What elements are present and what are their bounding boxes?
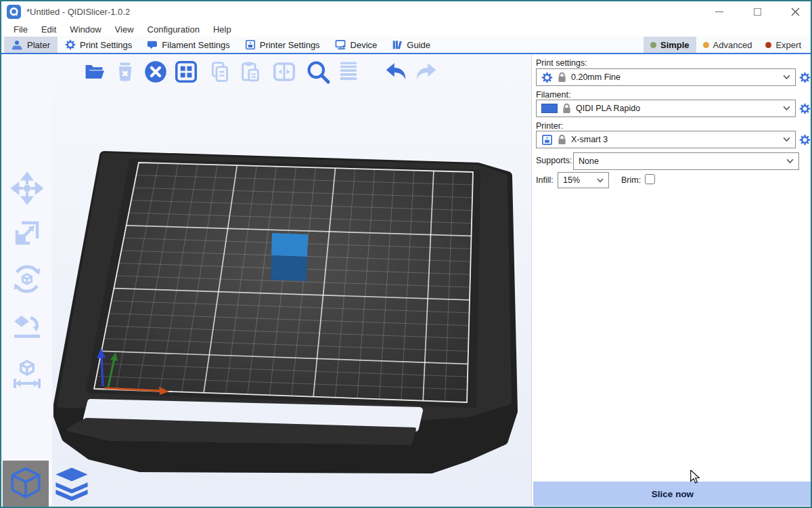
bed-plate-grid-surface bbox=[94, 163, 473, 402]
lock-icon bbox=[558, 134, 566, 145]
scale-gizmo-button[interactable] bbox=[10, 214, 44, 252]
print-settings-label: Print settings: bbox=[536, 58, 587, 68]
device-icon bbox=[335, 39, 346, 50]
close-button[interactable] bbox=[785, 3, 805, 20]
plater-toolbar bbox=[81, 58, 443, 85]
menu-edit[interactable]: Edit bbox=[35, 24, 63, 35]
menu-window[interactable]: Window bbox=[63, 24, 108, 35]
delete-button[interactable] bbox=[112, 58, 139, 85]
move-gizmo-button[interactable] bbox=[10, 169, 44, 207]
mode-simple[interactable]: Simple bbox=[644, 37, 696, 53]
tab-label: Printer Settings bbox=[260, 40, 320, 50]
brim-label: Brim: bbox=[621, 175, 641, 185]
infill-label: Infill: bbox=[536, 175, 554, 185]
measure-gizmo-button[interactable] bbox=[10, 355, 44, 393]
maximize-button[interactable] bbox=[747, 3, 767, 20]
menu-file[interactable]: File bbox=[7, 24, 35, 35]
tab-print-settings[interactable]: Print Settings bbox=[58, 37, 139, 53]
expert-dot-icon bbox=[765, 42, 771, 48]
menu-help[interactable]: Help bbox=[206, 24, 238, 35]
tab-device[interactable]: Device bbox=[328, 37, 385, 53]
chevron-down-icon bbox=[786, 158, 794, 164]
copy-button[interactable] bbox=[206, 58, 233, 85]
minimize-button[interactable] bbox=[709, 3, 729, 20]
mode-expert[interactable]: Expert bbox=[759, 37, 808, 53]
undo-icon bbox=[384, 60, 408, 84]
supports-combo[interactable]: None bbox=[573, 152, 799, 170]
lock-icon bbox=[562, 103, 571, 114]
preview-layers-button[interactable] bbox=[49, 461, 95, 507]
3d-viewport[interactable] bbox=[52, 54, 531, 508]
filament-label: Filament: bbox=[536, 90, 570, 100]
gear-icon bbox=[799, 103, 811, 114]
chevron-down-icon bbox=[597, 178, 604, 183]
filament-gear-button[interactable] bbox=[798, 100, 811, 117]
copy-icon bbox=[208, 60, 231, 83]
printer-icon bbox=[541, 134, 553, 146]
printer-gear-button[interactable] bbox=[798, 131, 811, 148]
tab-guide[interactable]: Guide bbox=[384, 37, 438, 53]
rotate-icon bbox=[11, 263, 43, 295]
title-bar: *Untitled - QIDISlicer-1.0.2 bbox=[1, 1, 811, 22]
close-icon bbox=[791, 7, 800, 16]
split-to-objects-button[interactable] bbox=[271, 58, 298, 85]
redo-button[interactable] bbox=[413, 58, 440, 85]
infill-combo[interactable]: 15% bbox=[558, 172, 609, 188]
chevron-down-icon bbox=[783, 137, 790, 142]
print-settings-combo[interactable]: 0.20mm Fine bbox=[536, 68, 796, 86]
app-window: *Untitled - QIDISlicer-1.0.2 File Edit W… bbox=[0, 0, 812, 508]
model-cube-front-face bbox=[271, 255, 307, 281]
slice-now-button[interactable]: Slice now bbox=[533, 482, 812, 506]
3d-editor-view-button[interactable] bbox=[3, 461, 49, 507]
paste-icon bbox=[239, 60, 262, 83]
3d-cube-icon bbox=[7, 465, 45, 503]
printer-icon bbox=[245, 39, 256, 50]
layer-list-icon bbox=[336, 60, 361, 84]
model-cube-top-face bbox=[271, 233, 308, 257]
menu-configuration[interactable]: Configuration bbox=[141, 24, 206, 35]
filament-icon bbox=[147, 39, 158, 50]
trash-icon bbox=[114, 60, 137, 83]
filament-color-swatch bbox=[541, 104, 558, 113]
variable-layer-height-button[interactable] bbox=[335, 58, 362, 85]
tab-label: Filament Settings bbox=[162, 40, 229, 50]
tab-printer-settings[interactable]: Printer Settings bbox=[238, 37, 328, 53]
move-icon bbox=[11, 172, 43, 205]
printer-bed bbox=[58, 156, 513, 469]
print-settings-gear-button[interactable] bbox=[798, 68, 811, 86]
filament-value: QIDI PLA Rapido bbox=[576, 104, 640, 113]
maximize-icon bbox=[754, 8, 761, 16]
plater-icon bbox=[12, 39, 23, 51]
paste-button[interactable] bbox=[237, 58, 264, 85]
gear-icon bbox=[799, 72, 811, 83]
advanced-dot-icon bbox=[703, 42, 709, 48]
arrange-icon bbox=[174, 60, 198, 84]
printer-combo[interactable]: X-smart 3 bbox=[536, 131, 796, 148]
layers-stack-icon bbox=[52, 465, 91, 503]
place-on-face-gizmo-button[interactable] bbox=[10, 306, 44, 344]
supports-value: None bbox=[579, 156, 599, 166]
filament-combo[interactable]: QIDI PLA Rapido bbox=[536, 100, 796, 117]
tab-filament-settings[interactable]: Filament Settings bbox=[139, 37, 237, 53]
undo-button[interactable] bbox=[382, 58, 409, 85]
mode-advanced[interactable]: Advanced bbox=[696, 37, 759, 53]
rotate-gizmo-button[interactable] bbox=[10, 260, 44, 298]
tab-plater[interactable]: Plater bbox=[4, 37, 58, 53]
window-title: *Untitled - QIDISlicer-1.0.2 bbox=[26, 7, 130, 17]
delete-all-icon bbox=[143, 60, 168, 84]
printer-value: X-smart 3 bbox=[571, 135, 608, 144]
tab-label: Print Settings bbox=[80, 40, 132, 50]
measure-icon bbox=[11, 358, 43, 390]
brim-checkbox[interactable] bbox=[645, 174, 655, 184]
delete-all-button[interactable] bbox=[142, 58, 169, 85]
open-button[interactable] bbox=[81, 58, 108, 85]
model-cube[interactable] bbox=[271, 233, 308, 281]
chevron-down-icon bbox=[783, 106, 790, 111]
menu-view[interactable]: View bbox=[108, 24, 141, 35]
tab-bar: Plater Print Settings Filament Settings … bbox=[1, 37, 811, 54]
arrange-button[interactable] bbox=[173, 58, 200, 85]
search-button[interactable] bbox=[304, 58, 332, 85]
infill-value: 15% bbox=[563, 175, 580, 185]
menu-bar: File Edit Window View Configuration Help bbox=[1, 22, 811, 37]
guide-icon bbox=[392, 39, 403, 50]
